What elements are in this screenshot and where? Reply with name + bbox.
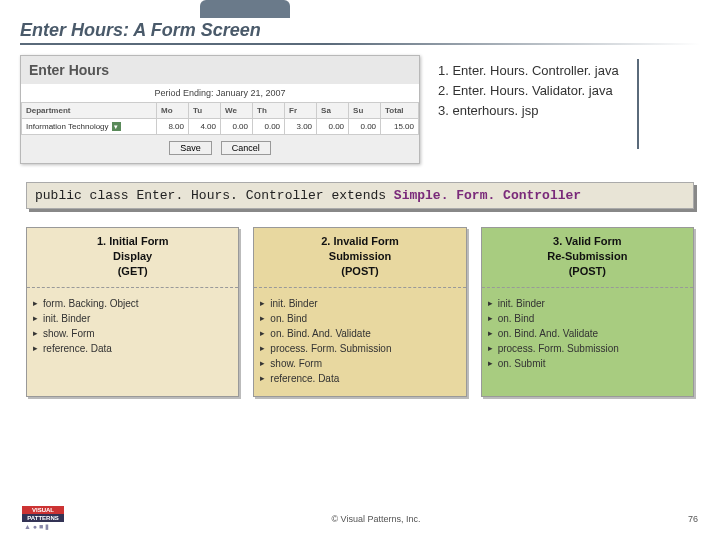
list-item: on. Bind. And. Validate — [490, 326, 685, 341]
table-row: Information Technology ▾ 8.00 4.00 0.00 … — [22, 119, 419, 135]
col2-title-l1: 2. Invalid Form — [321, 235, 399, 247]
cancel-button[interactable]: Cancel — [221, 141, 271, 155]
list-item: init. Binder — [35, 311, 230, 326]
button-row: Save Cancel — [21, 135, 419, 163]
slide: Enter Hours: A Form Screen Enter Hours P… — [0, 0, 720, 540]
col-mo: Mo — [156, 103, 188, 119]
col2-list: init. Binder on. Bind on. Bind. And. Val… — [254, 296, 465, 386]
hours-table: Department Mo Tu We Th Fr Sa Su Total In… — [21, 102, 419, 135]
footer: VISUAL PATTERNS ▲ ● ■ ▮ © Visual Pattern… — [0, 506, 720, 532]
form-screenshot: Enter Hours Period Ending: January 21, 2… — [20, 55, 420, 164]
list-item: on. Bind — [262, 311, 457, 326]
list-item: form. Backing. Object — [35, 296, 230, 311]
tu-cell[interactable]: 4.00 — [188, 119, 220, 135]
mo-cell[interactable]: 8.00 — [156, 119, 188, 135]
top-tab-decoration — [200, 0, 290, 18]
list-item: init. Binder — [262, 296, 457, 311]
visual-patterns-logo: VISUAL PATTERNS ▲ ● ■ ▮ — [22, 506, 64, 532]
col-su: Su — [349, 103, 381, 119]
list-item: show. Form — [35, 326, 230, 341]
sa-cell[interactable]: 0.00 — [317, 119, 349, 135]
col2-title-l3: (POST) — [341, 265, 378, 277]
total-cell: 15.00 — [381, 119, 419, 135]
period-ending: Period Ending: January 21, 2007 — [21, 84, 419, 102]
file-1: 1. Enter. Hours. Controller. java — [438, 61, 619, 81]
col-we: We — [221, 103, 253, 119]
th-cell[interactable]: 0.00 — [253, 119, 285, 135]
dept-cell[interactable]: Information Technology ▾ — [22, 119, 157, 135]
slide-title: Enter Hours: A Form Screen — [20, 20, 700, 41]
copyright: © Visual Patterns, Inc. — [331, 514, 420, 524]
page-number: 76 — [688, 514, 698, 524]
col-initial-form: 1. Initial Form Display (GET) form. Back… — [26, 227, 239, 397]
col3-title-l1: 3. Valid Form — [553, 235, 621, 247]
code-pre: public class Enter. Hours. Controller ex… — [35, 188, 394, 203]
col-fr: Fr — [285, 103, 317, 119]
col-valid-form: 3. Valid Form Re-Submission (POST) init.… — [481, 227, 694, 397]
col1-title-l3: (GET) — [118, 265, 148, 277]
col1-title-l1: 1. Initial Form — [97, 235, 169, 247]
chevron-down-icon[interactable]: ▾ — [112, 122, 121, 131]
list-item: init. Binder — [490, 296, 685, 311]
col1-title: 1. Initial Form Display (GET) — [27, 228, 238, 288]
list-item: reference. Data — [35, 341, 230, 356]
logo-top: VISUAL — [22, 506, 64, 514]
file-2: 2. Enter. Hours. Validator. java — [438, 81, 619, 101]
col3-title-l3: (POST) — [569, 265, 606, 277]
title-rule — [20, 43, 700, 45]
col1-list: form. Backing. Object init. Binder show.… — [27, 296, 238, 356]
col-sa: Sa — [317, 103, 349, 119]
col2-title-l2: Submission — [329, 250, 391, 262]
col-th: Th — [253, 103, 285, 119]
su-cell[interactable]: 0.00 — [349, 119, 381, 135]
col-total: Total — [381, 103, 419, 119]
code-line: public class Enter. Hours. Controller ex… — [26, 182, 694, 209]
list-item: process. Form. Submission — [262, 341, 457, 356]
list-item: on. Bind. And. Validate — [262, 326, 457, 341]
form-heading: Enter Hours — [21, 56, 419, 84]
list-item: on. Submit — [490, 356, 685, 371]
col2-title: 2. Invalid Form Submission (POST) — [254, 228, 465, 288]
logo-icons: ▲ ● ■ ▮ — [22, 522, 64, 532]
col3-title: 3. Valid Form Re-Submission (POST) — [482, 228, 693, 288]
vertical-rule — [637, 59, 639, 149]
dept-value: Information Technology — [26, 122, 109, 131]
save-button[interactable]: Save — [169, 141, 212, 155]
list-item: reference. Data — [262, 371, 457, 386]
logo-bot: PATTERNS — [22, 514, 64, 522]
we-cell[interactable]: 0.00 — [221, 119, 253, 135]
list-item: process. Form. Submission — [490, 341, 685, 356]
file-3: 3. enterhours. jsp — [438, 101, 619, 121]
col-invalid-form: 2. Invalid Form Submission (POST) init. … — [253, 227, 466, 397]
file-list: 1. Enter. Hours. Controller. java 2. Ent… — [438, 55, 619, 121]
fr-cell[interactable]: 3.00 — [285, 119, 317, 135]
lifecycle-columns: 1. Initial Form Display (GET) form. Back… — [26, 227, 694, 397]
list-item: on. Bind — [490, 311, 685, 326]
upper-row: Enter Hours Period Ending: January 21, 2… — [20, 55, 700, 164]
col3-list: init. Binder on. Bind on. Bind. And. Val… — [482, 296, 693, 371]
col1-title-l2: Display — [113, 250, 152, 262]
col-dept: Department — [22, 103, 157, 119]
code-superclass: Simple. Form. Controller — [394, 188, 581, 203]
col-tu: Tu — [188, 103, 220, 119]
col3-title-l2: Re-Submission — [547, 250, 627, 262]
list-item: show. Form — [262, 356, 457, 371]
